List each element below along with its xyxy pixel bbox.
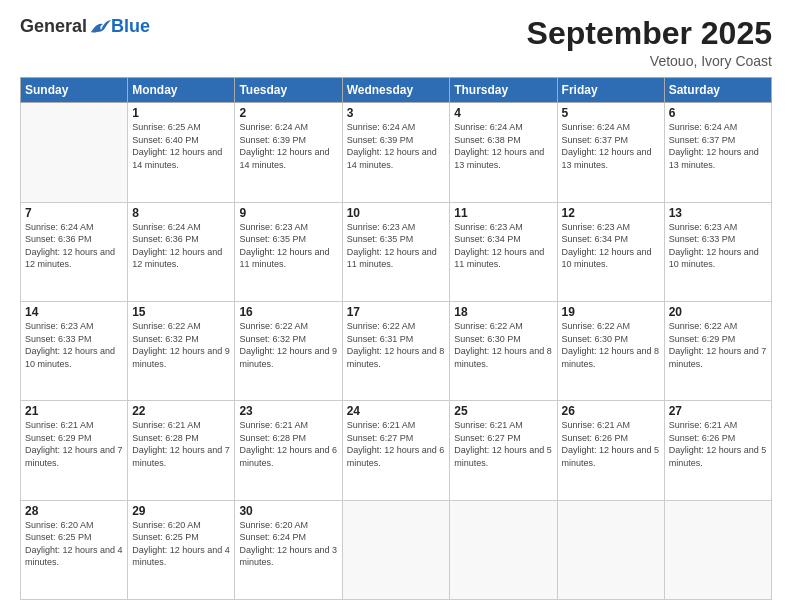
day-info: Sunrise: 6:24 AM Sunset: 6:37 PM Dayligh… xyxy=(669,121,767,171)
calendar-day-cell: 27Sunrise: 6:21 AM Sunset: 6:26 PM Dayli… xyxy=(664,401,771,500)
calendar-day-cell: 14Sunrise: 6:23 AM Sunset: 6:33 PM Dayli… xyxy=(21,301,128,400)
day-info: Sunrise: 6:24 AM Sunset: 6:36 PM Dayligh… xyxy=(132,221,230,271)
day-number: 5 xyxy=(562,106,660,120)
calendar-day-cell: 12Sunrise: 6:23 AM Sunset: 6:34 PM Dayli… xyxy=(557,202,664,301)
day-number: 19 xyxy=(562,305,660,319)
calendar-day-cell: 6Sunrise: 6:24 AM Sunset: 6:37 PM Daylig… xyxy=(664,103,771,202)
day-info: Sunrise: 6:25 AM Sunset: 6:40 PM Dayligh… xyxy=(132,121,230,171)
day-info: Sunrise: 6:23 AM Sunset: 6:34 PM Dayligh… xyxy=(454,221,552,271)
calendar-day-cell: 29Sunrise: 6:20 AM Sunset: 6:25 PM Dayli… xyxy=(128,500,235,599)
calendar-day-cell xyxy=(450,500,557,599)
day-number: 7 xyxy=(25,206,123,220)
day-number: 28 xyxy=(25,504,123,518)
calendar-day-cell: 11Sunrise: 6:23 AM Sunset: 6:34 PM Dayli… xyxy=(450,202,557,301)
calendar-day-header: Saturday xyxy=(664,78,771,103)
calendar-day-cell: 15Sunrise: 6:22 AM Sunset: 6:32 PM Dayli… xyxy=(128,301,235,400)
day-number: 24 xyxy=(347,404,446,418)
day-info: Sunrise: 6:22 AM Sunset: 6:32 PM Dayligh… xyxy=(132,320,230,370)
calendar-day-cell: 18Sunrise: 6:22 AM Sunset: 6:30 PM Dayli… xyxy=(450,301,557,400)
day-info: Sunrise: 6:22 AM Sunset: 6:30 PM Dayligh… xyxy=(454,320,552,370)
day-number: 8 xyxy=(132,206,230,220)
day-info: Sunrise: 6:24 AM Sunset: 6:37 PM Dayligh… xyxy=(562,121,660,171)
day-number: 6 xyxy=(669,106,767,120)
title-area: September 2025 Vetouo, Ivory Coast xyxy=(527,16,772,69)
calendar-day-cell: 7Sunrise: 6:24 AM Sunset: 6:36 PM Daylig… xyxy=(21,202,128,301)
calendar-day-cell: 21Sunrise: 6:21 AM Sunset: 6:29 PM Dayli… xyxy=(21,401,128,500)
calendar-day-cell: 26Sunrise: 6:21 AM Sunset: 6:26 PM Dayli… xyxy=(557,401,664,500)
day-number: 15 xyxy=(132,305,230,319)
day-number: 14 xyxy=(25,305,123,319)
calendar-day-cell: 24Sunrise: 6:21 AM Sunset: 6:27 PM Dayli… xyxy=(342,401,450,500)
day-info: Sunrise: 6:22 AM Sunset: 6:31 PM Dayligh… xyxy=(347,320,446,370)
calendar-day-cell: 20Sunrise: 6:22 AM Sunset: 6:29 PM Dayli… xyxy=(664,301,771,400)
calendar-day-cell: 22Sunrise: 6:21 AM Sunset: 6:28 PM Dayli… xyxy=(128,401,235,500)
calendar-week-row: 7Sunrise: 6:24 AM Sunset: 6:36 PM Daylig… xyxy=(21,202,772,301)
day-number: 20 xyxy=(669,305,767,319)
day-info: Sunrise: 6:24 AM Sunset: 6:36 PM Dayligh… xyxy=(25,221,123,271)
day-info: Sunrise: 6:24 AM Sunset: 6:39 PM Dayligh… xyxy=(347,121,446,171)
calendar-day-header: Sunday xyxy=(21,78,128,103)
day-info: Sunrise: 6:21 AM Sunset: 6:28 PM Dayligh… xyxy=(239,419,337,469)
calendar-day-header: Tuesday xyxy=(235,78,342,103)
day-number: 9 xyxy=(239,206,337,220)
day-info: Sunrise: 6:21 AM Sunset: 6:27 PM Dayligh… xyxy=(347,419,446,469)
day-info: Sunrise: 6:23 AM Sunset: 6:34 PM Dayligh… xyxy=(562,221,660,271)
calendar-day-cell: 3Sunrise: 6:24 AM Sunset: 6:39 PM Daylig… xyxy=(342,103,450,202)
logo: General Blue xyxy=(20,16,150,37)
calendar-day-cell: 16Sunrise: 6:22 AM Sunset: 6:32 PM Dayli… xyxy=(235,301,342,400)
calendar-day-cell: 28Sunrise: 6:20 AM Sunset: 6:25 PM Dayli… xyxy=(21,500,128,599)
day-number: 23 xyxy=(239,404,337,418)
day-number: 4 xyxy=(454,106,552,120)
logo-bird-icon xyxy=(89,18,111,36)
day-number: 27 xyxy=(669,404,767,418)
calendar-day-header: Monday xyxy=(128,78,235,103)
day-info: Sunrise: 6:21 AM Sunset: 6:26 PM Dayligh… xyxy=(669,419,767,469)
day-info: Sunrise: 6:20 AM Sunset: 6:25 PM Dayligh… xyxy=(25,519,123,569)
calendar-day-header: Friday xyxy=(557,78,664,103)
calendar-day-cell: 9Sunrise: 6:23 AM Sunset: 6:35 PM Daylig… xyxy=(235,202,342,301)
day-number: 29 xyxy=(132,504,230,518)
day-number: 11 xyxy=(454,206,552,220)
calendar-day-cell: 25Sunrise: 6:21 AM Sunset: 6:27 PM Dayli… xyxy=(450,401,557,500)
calendar-day-cell: 10Sunrise: 6:23 AM Sunset: 6:35 PM Dayli… xyxy=(342,202,450,301)
calendar-day-cell: 2Sunrise: 6:24 AM Sunset: 6:39 PM Daylig… xyxy=(235,103,342,202)
calendar-day-cell xyxy=(664,500,771,599)
calendar-week-row: 28Sunrise: 6:20 AM Sunset: 6:25 PM Dayli… xyxy=(21,500,772,599)
calendar-day-cell: 19Sunrise: 6:22 AM Sunset: 6:30 PM Dayli… xyxy=(557,301,664,400)
day-number: 25 xyxy=(454,404,552,418)
logo-general-text: General xyxy=(20,16,87,37)
day-info: Sunrise: 6:22 AM Sunset: 6:29 PM Dayligh… xyxy=(669,320,767,370)
day-number: 21 xyxy=(25,404,123,418)
day-info: Sunrise: 6:24 AM Sunset: 6:38 PM Dayligh… xyxy=(454,121,552,171)
calendar-day-cell: 13Sunrise: 6:23 AM Sunset: 6:33 PM Dayli… xyxy=(664,202,771,301)
day-number: 13 xyxy=(669,206,767,220)
day-number: 2 xyxy=(239,106,337,120)
calendar-day-header: Wednesday xyxy=(342,78,450,103)
day-info: Sunrise: 6:20 AM Sunset: 6:25 PM Dayligh… xyxy=(132,519,230,569)
day-info: Sunrise: 6:23 AM Sunset: 6:35 PM Dayligh… xyxy=(239,221,337,271)
calendar-table: SundayMondayTuesdayWednesdayThursdayFrid… xyxy=(20,77,772,600)
day-number: 17 xyxy=(347,305,446,319)
day-number: 1 xyxy=(132,106,230,120)
logo-blue-text: Blue xyxy=(111,16,150,37)
calendar-day-cell: 1Sunrise: 6:25 AM Sunset: 6:40 PM Daylig… xyxy=(128,103,235,202)
day-number: 3 xyxy=(347,106,446,120)
day-info: Sunrise: 6:22 AM Sunset: 6:30 PM Dayligh… xyxy=(562,320,660,370)
day-info: Sunrise: 6:23 AM Sunset: 6:33 PM Dayligh… xyxy=(669,221,767,271)
calendar-day-cell: 23Sunrise: 6:21 AM Sunset: 6:28 PM Dayli… xyxy=(235,401,342,500)
day-number: 26 xyxy=(562,404,660,418)
calendar-day-cell: 5Sunrise: 6:24 AM Sunset: 6:37 PM Daylig… xyxy=(557,103,664,202)
calendar-day-header: Thursday xyxy=(450,78,557,103)
calendar-day-cell xyxy=(342,500,450,599)
day-info: Sunrise: 6:21 AM Sunset: 6:27 PM Dayligh… xyxy=(454,419,552,469)
day-info: Sunrise: 6:23 AM Sunset: 6:35 PM Dayligh… xyxy=(347,221,446,271)
month-title: September 2025 xyxy=(527,16,772,51)
day-number: 30 xyxy=(239,504,337,518)
calendar-day-cell: 17Sunrise: 6:22 AM Sunset: 6:31 PM Dayli… xyxy=(342,301,450,400)
day-number: 22 xyxy=(132,404,230,418)
calendar-header-row: SundayMondayTuesdayWednesdayThursdayFrid… xyxy=(21,78,772,103)
location-subtitle: Vetouo, Ivory Coast xyxy=(527,53,772,69)
calendar-day-cell xyxy=(557,500,664,599)
header: General Blue September 2025 Vetouo, Ivor… xyxy=(20,16,772,69)
day-number: 18 xyxy=(454,305,552,319)
